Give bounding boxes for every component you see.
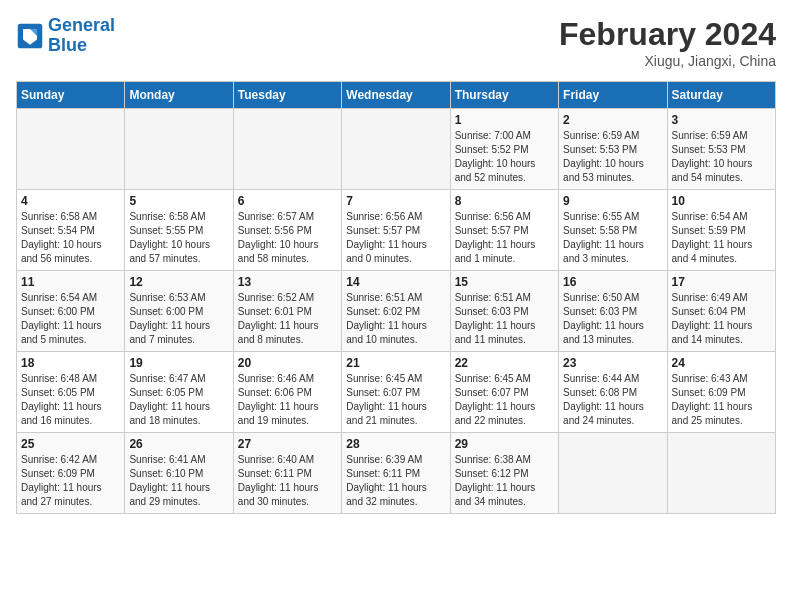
day-number: 25 <box>21 437 120 451</box>
day-info: Sunrise: 6:52 AM Sunset: 6:01 PM Dayligh… <box>238 291 337 347</box>
day-info: Sunrise: 6:53 AM Sunset: 6:00 PM Dayligh… <box>129 291 228 347</box>
logo-icon <box>16 22 44 50</box>
day-info: Sunrise: 6:43 AM Sunset: 6:09 PM Dayligh… <box>672 372 771 428</box>
day-number: 26 <box>129 437 228 451</box>
day-info: Sunrise: 6:42 AM Sunset: 6:09 PM Dayligh… <box>21 453 120 509</box>
calendar-day-cell: 20Sunrise: 6:46 AM Sunset: 6:06 PM Dayli… <box>233 352 341 433</box>
day-number: 8 <box>455 194 554 208</box>
calendar-day-cell: 10Sunrise: 6:54 AM Sunset: 5:59 PM Dayli… <box>667 190 775 271</box>
day-number: 2 <box>563 113 662 127</box>
calendar-day-cell: 24Sunrise: 6:43 AM Sunset: 6:09 PM Dayli… <box>667 352 775 433</box>
month-title: February 2024 <box>559 16 776 53</box>
day-number: 28 <box>346 437 445 451</box>
calendar-day-cell: 19Sunrise: 6:47 AM Sunset: 6:05 PM Dayli… <box>125 352 233 433</box>
day-info: Sunrise: 6:41 AM Sunset: 6:10 PM Dayligh… <box>129 453 228 509</box>
calendar-day-cell: 25Sunrise: 6:42 AM Sunset: 6:09 PM Dayli… <box>17 433 125 514</box>
weekday-header-cell: Tuesday <box>233 82 341 109</box>
day-info: Sunrise: 6:45 AM Sunset: 6:07 PM Dayligh… <box>455 372 554 428</box>
day-number: 23 <box>563 356 662 370</box>
day-info: Sunrise: 6:49 AM Sunset: 6:04 PM Dayligh… <box>672 291 771 347</box>
day-info: Sunrise: 6:51 AM Sunset: 6:02 PM Dayligh… <box>346 291 445 347</box>
day-number: 24 <box>672 356 771 370</box>
day-info: Sunrise: 6:48 AM Sunset: 6:05 PM Dayligh… <box>21 372 120 428</box>
day-number: 22 <box>455 356 554 370</box>
calendar-day-cell: 16Sunrise: 6:50 AM Sunset: 6:03 PM Dayli… <box>559 271 667 352</box>
day-number: 18 <box>21 356 120 370</box>
day-number: 3 <box>672 113 771 127</box>
calendar-day-cell: 22Sunrise: 6:45 AM Sunset: 6:07 PM Dayli… <box>450 352 558 433</box>
day-info: Sunrise: 6:50 AM Sunset: 6:03 PM Dayligh… <box>563 291 662 347</box>
weekday-header-cell: Friday <box>559 82 667 109</box>
calendar-day-cell: 6Sunrise: 6:57 AM Sunset: 5:56 PM Daylig… <box>233 190 341 271</box>
calendar-day-cell: 12Sunrise: 6:53 AM Sunset: 6:00 PM Dayli… <box>125 271 233 352</box>
calendar-day-cell: 2Sunrise: 6:59 AM Sunset: 5:53 PM Daylig… <box>559 109 667 190</box>
calendar-day-cell: 18Sunrise: 6:48 AM Sunset: 6:05 PM Dayli… <box>17 352 125 433</box>
day-number: 9 <box>563 194 662 208</box>
weekday-header-cell: Sunday <box>17 82 125 109</box>
calendar-day-cell: 5Sunrise: 6:58 AM Sunset: 5:55 PM Daylig… <box>125 190 233 271</box>
calendar-day-cell: 28Sunrise: 6:39 AM Sunset: 6:11 PM Dayli… <box>342 433 450 514</box>
weekday-header-cell: Monday <box>125 82 233 109</box>
day-number: 4 <box>21 194 120 208</box>
day-info: Sunrise: 6:57 AM Sunset: 5:56 PM Dayligh… <box>238 210 337 266</box>
day-info: Sunrise: 6:55 AM Sunset: 5:58 PM Dayligh… <box>563 210 662 266</box>
calendar-day-cell: 23Sunrise: 6:44 AM Sunset: 6:08 PM Dayli… <box>559 352 667 433</box>
day-number: 5 <box>129 194 228 208</box>
calendar-day-cell: 3Sunrise: 6:59 AM Sunset: 5:53 PM Daylig… <box>667 109 775 190</box>
day-info: Sunrise: 6:47 AM Sunset: 6:05 PM Dayligh… <box>129 372 228 428</box>
day-number: 16 <box>563 275 662 289</box>
calendar-day-cell <box>342 109 450 190</box>
calendar-day-cell <box>233 109 341 190</box>
day-info: Sunrise: 6:38 AM Sunset: 6:12 PM Dayligh… <box>455 453 554 509</box>
calendar-day-cell: 29Sunrise: 6:38 AM Sunset: 6:12 PM Dayli… <box>450 433 558 514</box>
calendar-day-cell: 17Sunrise: 6:49 AM Sunset: 6:04 PM Dayli… <box>667 271 775 352</box>
day-info: Sunrise: 6:56 AM Sunset: 5:57 PM Dayligh… <box>455 210 554 266</box>
calendar-day-cell: 4Sunrise: 6:58 AM Sunset: 5:54 PM Daylig… <box>17 190 125 271</box>
weekday-header-row: SundayMondayTuesdayWednesdayThursdayFrid… <box>17 82 776 109</box>
day-number: 7 <box>346 194 445 208</box>
day-info: Sunrise: 6:44 AM Sunset: 6:08 PM Dayligh… <box>563 372 662 428</box>
calendar-day-cell: 27Sunrise: 6:40 AM Sunset: 6:11 PM Dayli… <box>233 433 341 514</box>
day-info: Sunrise: 7:00 AM Sunset: 5:52 PM Dayligh… <box>455 129 554 185</box>
day-info: Sunrise: 6:58 AM Sunset: 5:54 PM Dayligh… <box>21 210 120 266</box>
calendar-day-cell: 7Sunrise: 6:56 AM Sunset: 5:57 PM Daylig… <box>342 190 450 271</box>
day-number: 21 <box>346 356 445 370</box>
calendar-day-cell <box>559 433 667 514</box>
day-info: Sunrise: 6:39 AM Sunset: 6:11 PM Dayligh… <box>346 453 445 509</box>
day-info: Sunrise: 6:59 AM Sunset: 5:53 PM Dayligh… <box>563 129 662 185</box>
calendar-day-cell: 15Sunrise: 6:51 AM Sunset: 6:03 PM Dayli… <box>450 271 558 352</box>
calendar-week-row: 25Sunrise: 6:42 AM Sunset: 6:09 PM Dayli… <box>17 433 776 514</box>
day-info: Sunrise: 6:46 AM Sunset: 6:06 PM Dayligh… <box>238 372 337 428</box>
day-number: 12 <box>129 275 228 289</box>
day-info: Sunrise: 6:40 AM Sunset: 6:11 PM Dayligh… <box>238 453 337 509</box>
page-header: GeneralBlue February 2024 Xiugu, Jiangxi… <box>16 16 776 69</box>
day-number: 15 <box>455 275 554 289</box>
day-info: Sunrise: 6:54 AM Sunset: 5:59 PM Dayligh… <box>672 210 771 266</box>
calendar-day-cell: 14Sunrise: 6:51 AM Sunset: 6:02 PM Dayli… <box>342 271 450 352</box>
calendar-day-cell <box>667 433 775 514</box>
day-info: Sunrise: 6:59 AM Sunset: 5:53 PM Dayligh… <box>672 129 771 185</box>
calendar-day-cell: 26Sunrise: 6:41 AM Sunset: 6:10 PM Dayli… <box>125 433 233 514</box>
day-number: 19 <box>129 356 228 370</box>
day-number: 1 <box>455 113 554 127</box>
calendar-day-cell: 8Sunrise: 6:56 AM Sunset: 5:57 PM Daylig… <box>450 190 558 271</box>
day-number: 13 <box>238 275 337 289</box>
logo-text: GeneralBlue <box>48 16 115 56</box>
calendar-day-cell: 21Sunrise: 6:45 AM Sunset: 6:07 PM Dayli… <box>342 352 450 433</box>
calendar-week-row: 11Sunrise: 6:54 AM Sunset: 6:00 PM Dayli… <box>17 271 776 352</box>
day-number: 17 <box>672 275 771 289</box>
calendar-day-cell: 11Sunrise: 6:54 AM Sunset: 6:00 PM Dayli… <box>17 271 125 352</box>
calendar-table: SundayMondayTuesdayWednesdayThursdayFrid… <box>16 81 776 514</box>
calendar-day-cell: 9Sunrise: 6:55 AM Sunset: 5:58 PM Daylig… <box>559 190 667 271</box>
calendar-week-row: 1Sunrise: 7:00 AM Sunset: 5:52 PM Daylig… <box>17 109 776 190</box>
day-info: Sunrise: 6:56 AM Sunset: 5:57 PM Dayligh… <box>346 210 445 266</box>
calendar-day-cell <box>125 109 233 190</box>
day-info: Sunrise: 6:58 AM Sunset: 5:55 PM Dayligh… <box>129 210 228 266</box>
logo: GeneralBlue <box>16 16 115 56</box>
calendar-body: 1Sunrise: 7:00 AM Sunset: 5:52 PM Daylig… <box>17 109 776 514</box>
title-block: February 2024 Xiugu, Jiangxi, China <box>559 16 776 69</box>
day-number: 11 <box>21 275 120 289</box>
day-info: Sunrise: 6:51 AM Sunset: 6:03 PM Dayligh… <box>455 291 554 347</box>
weekday-header-cell: Thursday <box>450 82 558 109</box>
day-number: 20 <box>238 356 337 370</box>
